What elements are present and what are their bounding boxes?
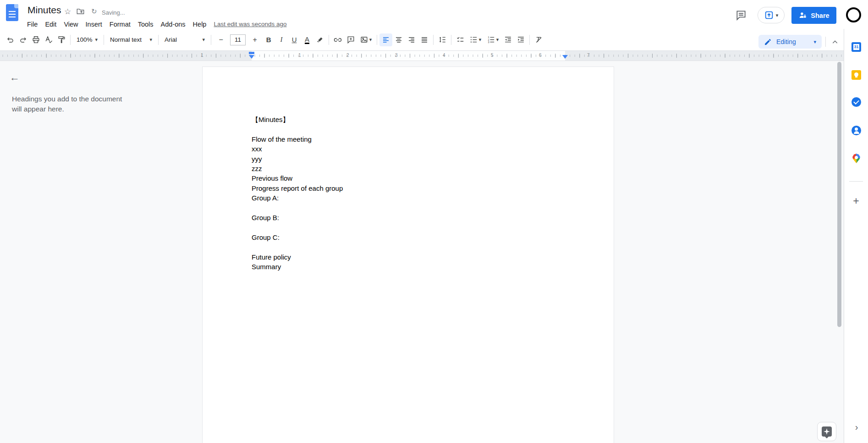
- justify-button[interactable]: [418, 33, 431, 46]
- svg-text:3: 3: [488, 41, 489, 44]
- google-maps-icon[interactable]: [852, 154, 861, 163]
- redo-button[interactable]: [16, 33, 29, 46]
- present-icon: [764, 10, 774, 20]
- font-size-value[interactable]: 11: [230, 34, 246, 45]
- ruler-label: 3: [395, 53, 398, 58]
- ruler-label: 1: [298, 53, 301, 58]
- align-left-button[interactable]: [379, 33, 392, 46]
- menu-file[interactable]: File: [23, 20, 41, 29]
- paint-format-button[interactable]: [55, 33, 68, 46]
- mode-select-editing[interactable]: Editing ▾: [758, 35, 822, 49]
- google-contacts-icon[interactable]: [852, 126, 861, 135]
- toolbar-separator: [104, 35, 104, 45]
- bulleted-list-button[interactable]: ▾: [467, 33, 484, 46]
- move-to-folder-icon[interactable]: [77, 8, 84, 15]
- comment-history-button[interactable]: [735, 9, 749, 23]
- share-label: Share: [811, 12, 829, 19]
- italic-glyph: I: [280, 36, 283, 44]
- saving-status: Saving...: [102, 9, 125, 16]
- mode-label: Editing: [776, 38, 809, 45]
- document-text[interactable]: 【Minutes】 Flow of the meeting xxx yyy zz…: [252, 115, 566, 272]
- bold-button[interactable]: B: [262, 33, 275, 46]
- vertical-scrollbar-thumb[interactable]: [837, 62, 841, 327]
- menu-insert[interactable]: Insert: [82, 20, 106, 29]
- numbered-list-button[interactable]: 1 2 3 ▾: [484, 33, 501, 46]
- increase-indent-button[interactable]: [514, 33, 527, 46]
- pencil-icon: [764, 38, 772, 46]
- menu-help[interactable]: Help: [189, 20, 210, 29]
- checklist-button[interactable]: [454, 33, 467, 46]
- numbered-list-caret-icon: ▾: [496, 37, 499, 43]
- menu-tools[interactable]: Tools: [134, 20, 157, 29]
- line-spacing-button[interactable]: [436, 33, 449, 46]
- align-center-button[interactable]: [392, 33, 405, 46]
- increase-font-size-button[interactable]: +: [248, 33, 261, 46]
- star-icon[interactable]: ☆: [64, 7, 71, 17]
- menu-format[interactable]: Format: [106, 20, 134, 29]
- font-value: Arial: [165, 36, 199, 43]
- insert-image-button[interactable]: ▾: [357, 33, 374, 46]
- google-calendar-icon[interactable]: 31: [852, 42, 861, 52]
- toolbar-separator: [377, 35, 377, 45]
- share-button[interactable]: Share: [791, 7, 836, 24]
- toolbar: 100% ▾ Normal text ▾ Arial ▾ − 11 + B I …: [0, 29, 844, 50]
- zoom-caret-icon: ▾: [95, 37, 98, 43]
- docs-logo[interactable]: [6, 4, 18, 21]
- ruler-ticks: [0, 51, 844, 61]
- app-bar: Minutes ☆ ↻ Saving... File Edit View Ins…: [0, 0, 868, 29]
- print-button[interactable]: [29, 33, 42, 46]
- spellcheck-button[interactable]: [42, 33, 55, 46]
- font-select[interactable]: Arial ▾: [161, 33, 209, 46]
- last-edit-link[interactable]: Last edit was seconds ago: [214, 21, 286, 28]
- explore-button[interactable]: [817, 422, 836, 441]
- show-side-panel-button[interactable]: ›: [852, 422, 862, 432]
- account-avatar[interactable]: [846, 7, 861, 22]
- share-person-icon: [798, 11, 807, 20]
- menu-edit[interactable]: Edit: [41, 20, 60, 29]
- add-comment-button[interactable]: [344, 33, 357, 46]
- bold-glyph: B: [266, 36, 271, 44]
- left-indent-marker[interactable]: [249, 55, 254, 59]
- decrease-indent-button[interactable]: [501, 33, 514, 46]
- outline-placeholder-text: Headings you add to the document will ap…: [12, 94, 131, 114]
- google-keep-icon[interactable]: [852, 70, 861, 80]
- ruler-label: 4: [443, 53, 445, 58]
- ruler-label: 5: [491, 53, 494, 58]
- paragraph-style-value: Normal text: [110, 36, 147, 43]
- document-title[interactable]: Minutes: [27, 5, 61, 16]
- close-outline-button[interactable]: ←: [6, 69, 23, 86]
- google-tasks-icon[interactable]: [852, 97, 861, 107]
- get-addons-button[interactable]: +: [851, 195, 862, 206]
- text-color-button[interactable]: A: [301, 33, 313, 46]
- toolbar-separator: [529, 35, 530, 45]
- menu-view[interactable]: View: [60, 20, 82, 29]
- menu-bar: File Edit View Insert Format Tools Add-o…: [23, 19, 287, 29]
- docs-logo-lines: [9, 11, 16, 18]
- image-caret-icon: ▾: [369, 37, 372, 43]
- clear-formatting-button[interactable]: [532, 33, 545, 46]
- highlight-color-button[interactable]: [313, 33, 326, 46]
- toolbar-separator: [70, 35, 71, 45]
- ruler-label: 1: [201, 53, 203, 58]
- zoom-value: 100%: [77, 36, 93, 43]
- first-line-indent-marker[interactable]: [249, 52, 254, 54]
- hide-menus-button[interactable]: [829, 36, 841, 49]
- undo-button[interactable]: [4, 33, 16, 46]
- font-caret-icon: ▾: [203, 37, 205, 43]
- document-page[interactable]: 【Minutes】 Flow of the meeting xxx yyy zz…: [202, 66, 614, 443]
- align-right-button[interactable]: [405, 33, 418, 46]
- menu-addons[interactable]: Add-ons: [157, 20, 189, 29]
- toolbar-separator: [433, 35, 434, 45]
- ruler-label: 6: [539, 53, 542, 58]
- decrease-font-size-button[interactable]: −: [214, 33, 227, 46]
- font-size-control: − 11 +: [214, 33, 261, 46]
- italic-button[interactable]: I: [275, 33, 288, 46]
- underline-button[interactable]: U: [288, 33, 301, 46]
- zoom-select[interactable]: 100% ▾: [73, 33, 101, 46]
- explore-icon: [822, 426, 832, 437]
- right-indent-marker[interactable]: [562, 55, 568, 59]
- insert-link-button[interactable]: [331, 33, 344, 46]
- style-caret-icon: ▾: [150, 37, 153, 43]
- present-button[interactable]: ▾: [758, 7, 785, 23]
- paragraph-style-select[interactable]: Normal text ▾: [106, 33, 156, 46]
